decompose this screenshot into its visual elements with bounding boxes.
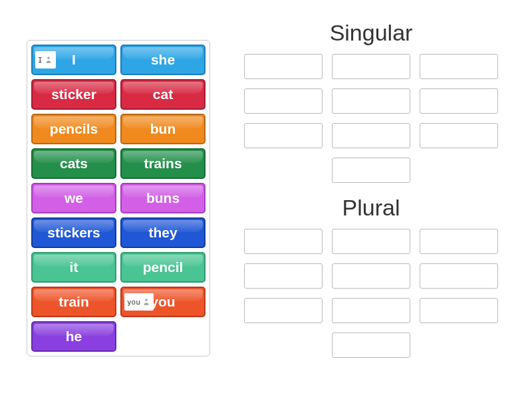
tile-label: it: [70, 259, 78, 275]
tile-badge-text: you: [127, 299, 140, 306]
tile-trains[interactable]: trains: [120, 148, 205, 179]
slot-grid: [238, 54, 504, 183]
word-palette: IIshestickercatpencilsbuncatstrainswebun…: [27, 40, 210, 356]
drop-targets: SingularPlural: [237, 20, 505, 358]
tile-label: buns: [146, 190, 180, 206]
tile-bun[interactable]: bun: [120, 114, 205, 144]
tile-label: train: [59, 294, 89, 310]
drop-slot[interactable]: [420, 88, 498, 114]
drop-slot[interactable]: [420, 54, 498, 79]
drop-slot[interactable]: [332, 263, 410, 289]
group-singular: Singular: [237, 20, 505, 183]
tile-she[interactable]: she: [120, 45, 205, 75]
drop-slot[interactable]: [332, 332, 410, 358]
drop-slot[interactable]: [420, 229, 498, 254]
tile-train[interactable]: train: [31, 287, 116, 317]
drop-slot[interactable]: [332, 54, 410, 79]
tile-label: stickers: [47, 225, 100, 241]
tile-label: sticker: [51, 86, 96, 102]
tile-label: pencils: [50, 121, 98, 137]
person-icon: [44, 55, 53, 65]
tile-badge-text: I: [38, 57, 43, 64]
tile-badge: you: [124, 293, 154, 311]
drop-slot[interactable]: [332, 298, 410, 323]
drop-slot[interactable]: [244, 298, 323, 323]
slot-grid: [238, 229, 504, 358]
drop-slot[interactable]: [332, 88, 410, 114]
drop-slot[interactable]: [244, 229, 323, 254]
person-icon: [142, 297, 151, 307]
tile-buns[interactable]: buns: [120, 183, 205, 213]
tile-label: they: [148, 225, 177, 241]
tile-label: you: [150, 294, 175, 310]
tile-pencils[interactable]: pencils: [31, 114, 116, 144]
drop-slot[interactable]: [244, 54, 323, 79]
tile-cat[interactable]: cat: [120, 79, 205, 110]
tile-label: trains: [144, 156, 182, 172]
tile-label: pencil: [143, 259, 184, 275]
tile-sticker[interactable]: sticker: [31, 79, 116, 110]
drop-slot[interactable]: [420, 123, 498, 148]
drop-slot[interactable]: [420, 298, 498, 323]
svg-point-1: [145, 299, 148, 301]
tile-it[interactable]: it: [31, 252, 116, 283]
drop-slot[interactable]: [332, 123, 410, 148]
tile-he[interactable]: he: [31, 321, 116, 352]
drop-slot[interactable]: [244, 263, 323, 289]
drop-slot[interactable]: [420, 263, 498, 289]
drop-slot[interactable]: [332, 158, 410, 183]
tile-you[interactable]: youyou: [120, 287, 205, 317]
drop-slot[interactable]: [244, 88, 323, 114]
tile-cats[interactable]: cats: [31, 148, 116, 179]
tile-label: he: [66, 329, 82, 344]
tile-label: we: [65, 190, 83, 206]
group-title: Singular: [237, 20, 505, 46]
tile-badge: I: [35, 51, 56, 68]
group-plural: Plural: [237, 195, 505, 358]
tile-label: I: [72, 52, 76, 68]
tile-they[interactable]: they: [120, 217, 205, 248]
tile-label: cats: [60, 156, 88, 172]
tile-i[interactable]: II: [31, 45, 116, 75]
tile-stickers[interactable]: stickers: [31, 217, 116, 248]
tile-label: bun: [150, 121, 176, 137]
tile-we[interactable]: we: [31, 183, 116, 213]
svg-point-0: [47, 57, 50, 59]
drop-slot[interactable]: [332, 229, 410, 254]
tile-pencil[interactable]: pencil: [120, 252, 205, 283]
drop-slot[interactable]: [244, 123, 323, 148]
tile-label: she: [151, 52, 175, 68]
tile-label: cat: [153, 86, 173, 102]
group-title: Plural: [237, 195, 505, 221]
